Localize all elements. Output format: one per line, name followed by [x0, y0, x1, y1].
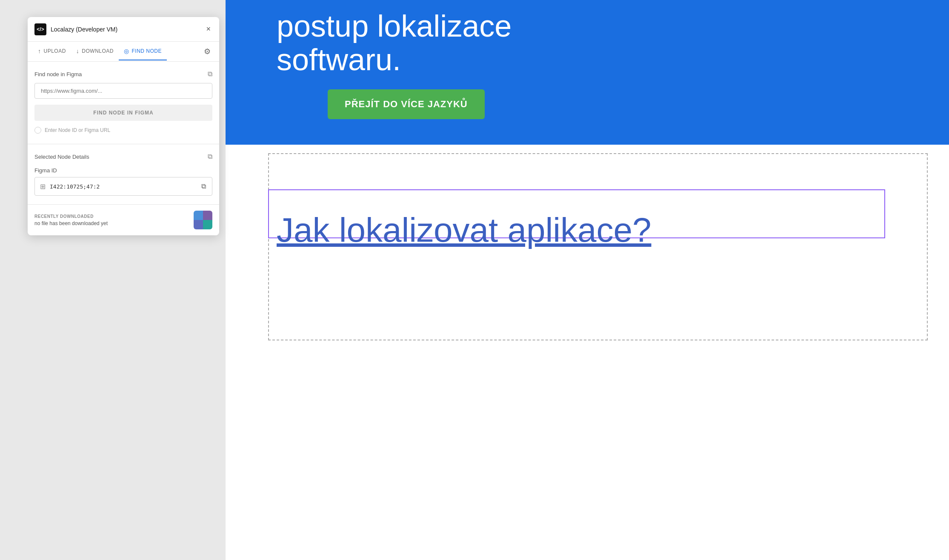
copy-icon: ⧉: [201, 183, 206, 190]
thumb-cell-4: [203, 220, 212, 229]
figma-url-input[interactable]: [34, 83, 212, 99]
thumb-cell-3: [194, 220, 203, 229]
figma-id-value: I422:10725;47:2: [50, 183, 196, 190]
hero-text: postup lokalizace softwaru.: [277, 9, 532, 77]
recently-downloaded-info: RECENTLY DOWNLOADED no file has been dow…: [34, 214, 194, 226]
panel-body: Find node in Figma ⧉ FIND NODE IN FIGMA …: [28, 62, 219, 204]
find-node-external-link-icon[interactable]: ⧉: [208, 70, 212, 78]
find-node-section-header: Find node in Figma ⧉: [34, 70, 212, 78]
logo-icon: </>: [37, 26, 44, 32]
figma-id-field: ⊞ I422:10725;47:2 ⧉: [34, 177, 212, 196]
cta-button[interactable]: PŘEJÍT DO VÍCE JAZYKŮ: [328, 89, 485, 119]
hint-circle-icon: [34, 127, 41, 134]
white-content-section: Jak lokalizovat aplikace?: [226, 145, 949, 275]
gear-icon: ⚙: [204, 47, 211, 56]
page-heading-link[interactable]: Jak lokalizovat aplikace?: [277, 211, 898, 250]
hint-row: Enter Node ID or Figma URL: [34, 127, 212, 134]
tab-download[interactable]: ↓ DOWNLOAD: [71, 43, 119, 60]
figma-id-label: Figma ID: [34, 167, 212, 174]
upload-icon: ↑: [38, 48, 41, 54]
plugin-panel: </> Localazy (Developer VM) × ↑ UPLOAD ↓…: [28, 17, 219, 235]
selected-node-label: Selected Node Details: [34, 154, 89, 160]
find-node-label: Find node in Figma: [34, 71, 82, 77]
settings-button[interactable]: ⚙: [200, 42, 214, 61]
thumbnail-grid: [194, 211, 212, 229]
selected-node-header: Selected Node Details ⧉: [34, 153, 212, 160]
panel-title: Localazy (Developer VM): [51, 26, 117, 33]
tab-find-node[interactable]: ◎ FIND NODE: [119, 43, 167, 60]
hint-text: Enter Node ID or Figma URL: [45, 127, 110, 133]
selected-node-section: Selected Node Details ⧉ Figma ID ⊞ I422:…: [34, 153, 212, 196]
tabs-bar: ↑ UPLOAD ↓ DOWNLOAD ◎ FIND NODE ⚙: [28, 42, 219, 62]
recently-downloaded-title: RECENTLY DOWNLOADED: [34, 214, 194, 219]
recently-downloaded-section: RECENTLY DOWNLOADED no file has been dow…: [28, 204, 219, 235]
divider: [28, 144, 219, 144]
find-node-button[interactable]: FIND NODE IN FIGMA: [34, 105, 212, 121]
selected-node-external-link-icon[interactable]: ⧉: [208, 153, 212, 160]
panel-title-group: </> Localazy (Developer VM): [34, 23, 117, 35]
tab-upload-label: UPLOAD: [44, 48, 66, 54]
downloaded-thumbnail: [194, 211, 212, 229]
tab-find-node-label: FIND NODE: [132, 48, 162, 54]
find-node-icon: ◎: [124, 48, 129, 54]
blue-hero-section: postup lokalizace softwaru. PŘEJÍT DO VÍ…: [226, 0, 949, 145]
tab-upload[interactable]: ↑ UPLOAD: [33, 43, 71, 60]
panel-logo: </>: [34, 23, 46, 35]
recently-downloaded-text: no file has been downloaded yet: [34, 220, 194, 226]
panel-header: </> Localazy (Developer VM) ×: [28, 17, 219, 42]
background-content: postup lokalizace softwaru. PŘEJÍT DO VÍ…: [226, 0, 949, 560]
copy-figma-id-button[interactable]: ⧉: [200, 182, 207, 191]
thumb-cell-2: [203, 211, 212, 220]
download-icon: ↓: [76, 48, 80, 54]
thumb-cell-1: [194, 211, 203, 220]
close-button[interactable]: ×: [204, 23, 212, 35]
tab-download-label: DOWNLOAD: [82, 48, 114, 54]
figma-node-icon: ⊞: [40, 183, 46, 191]
